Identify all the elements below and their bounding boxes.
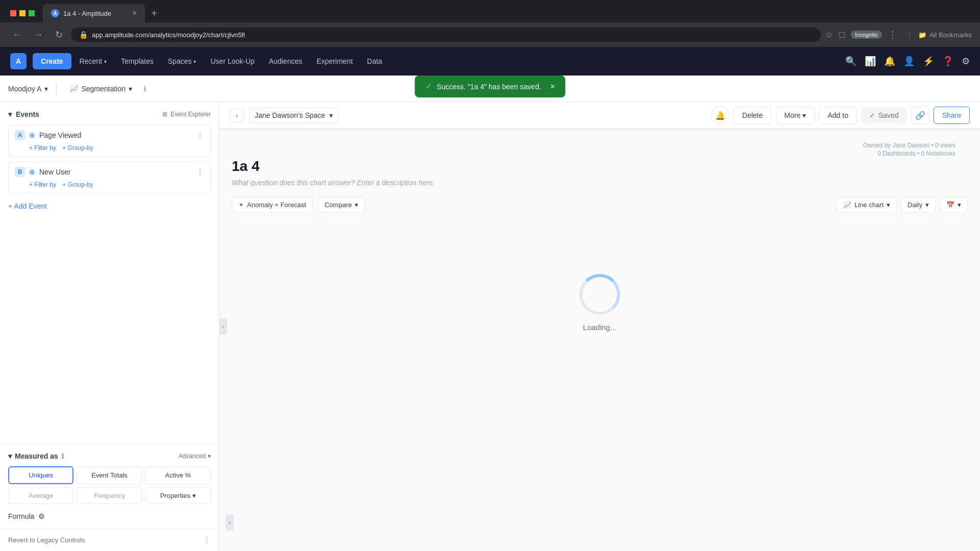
segmentation-info-icon[interactable]: ℹ (143, 85, 146, 93)
nav-item-templates[interactable]: Templates (115, 53, 160, 69)
metric-active-percent-button[interactable]: Active % (145, 466, 211, 484)
refresh-button[interactable]: ↻ (51, 27, 67, 42)
maximize-button[interactable] (19, 10, 26, 16)
event-a-groupby-button[interactable]: + Group-by (62, 144, 93, 152)
lightning-icon[interactable]: ⚡ (923, 56, 934, 67)
line-chart-button[interactable]: 📈 Line chart ▾ (837, 197, 897, 213)
segmentation-selector[interactable]: 📈 Segmentation ▾ (65, 82, 137, 96)
anomaly-forecast-button[interactable]: ✦ Anomaly + Forecast (232, 197, 313, 213)
share-button[interactable]: Share (934, 107, 970, 124)
url-text: app.amplitude.com/analytics/moodjoy2/cha… (92, 31, 245, 39)
delete-button[interactable]: Delete (733, 107, 771, 124)
panel-collapse-button[interactable]: ‹ (219, 318, 227, 335)
alert-bell-button[interactable]: 🔔 (711, 106, 729, 124)
app-nav: A Create Recent ▾ Templates Spaces ▾ Use… (0, 47, 980, 76)
bookmarks-folder-icon: 📁 (918, 31, 926, 39)
metric-uniques-button[interactable]: Uniques (8, 466, 74, 484)
forward-button[interactable]: → (30, 28, 47, 42)
event-b-label: B (15, 167, 25, 177)
success-check-icon: ✓ (425, 82, 432, 91)
user-icon[interactable]: 👤 (903, 56, 915, 67)
chart-area: Owned by Jane Dawson • 0 views 0 Dashboa… (219, 130, 980, 551)
success-close-button[interactable]: × (550, 82, 555, 91)
address-bar[interactable]: 🔒 app.amplitude.com/analytics/moodjoy2/c… (71, 28, 821, 42)
event-b-header: B ⊕ New User ⋮ (15, 167, 204, 177)
revert-to-legacy-button[interactable]: Revert to Legacy Controls (8, 536, 85, 544)
daily-button[interactable]: Daily ▾ (901, 197, 936, 213)
saved-button[interactable]: ✓ Saved (861, 107, 907, 123)
nav-item-experiment[interactable]: Experiment (310, 53, 359, 69)
amplitude-logo: A (10, 53, 27, 69)
segmentation-label: Segmentation (81, 85, 125, 93)
calendar-button[interactable]: 📅 ▾ (940, 197, 968, 213)
chart-title: 1a 4 (232, 158, 968, 174)
workspace-chevron-icon: ▾ (44, 85, 48, 93)
back-button[interactable]: ← (8, 28, 26, 42)
nav-item-spaces[interactable]: Spaces ▾ (162, 53, 203, 69)
success-banner: ✓ Success. "1a 4" has been saved. × (415, 76, 566, 97)
bottom-toggle-button[interactable]: ‹ (226, 514, 234, 531)
line-chart-icon: 📈 (843, 201, 851, 209)
event-b-menu-icon[interactable]: ⋮ (196, 167, 204, 177)
incognito-badge: Incognito (851, 31, 882, 39)
space-selector[interactable]: Jane Dawson's Space ▾ (249, 108, 338, 123)
metric-grid: Uniques Event Totals Active % Average Fr… (8, 466, 211, 504)
anomaly-icon: ✦ (238, 201, 244, 209)
measured-as-title: ▾ Measured as ℹ (8, 452, 64, 460)
event-b-filter-button[interactable]: + Filter by (29, 181, 56, 188)
menu-dots-icon[interactable]: ⋮ (888, 29, 897, 40)
event-explorer-icon: ⊞ (162, 111, 167, 118)
events-section-title[interactable]: ▾ Events (8, 110, 39, 118)
measured-info-icon[interactable]: ℹ (61, 452, 64, 460)
compare-button[interactable]: Compare ▾ (318, 197, 365, 213)
add-to-button[interactable]: Add to (819, 107, 856, 124)
left-panel-inner: ▾ Events ⊞ Event Explorer A ⊕ Page Viewe… (0, 102, 219, 443)
metric-average-button[interactable]: Average (8, 487, 74, 504)
event-a-icon: ⊕ (29, 131, 35, 139)
browser-nav-bar: ← → ↻ 🔒 app.amplitude.com/analytics/mood… (0, 22, 980, 47)
settings-icon[interactable]: ⚙ (962, 56, 970, 67)
ownership-line1: Owned by Jane Dawson • 0 views (244, 142, 955, 149)
create-button[interactable]: Create (33, 53, 71, 69)
close-window-button[interactable] (29, 10, 35, 16)
main-layout: ‹ ▾ Events ⊞ Event Explorer A (0, 102, 980, 551)
line-chart-chevron-icon: ▾ (887, 201, 890, 209)
bookmark-star-icon[interactable]: ☆ (825, 29, 833, 40)
chart-description[interactable]: What question does this chart answer? En… (232, 179, 968, 187)
nav-item-data[interactable]: Data (361, 53, 388, 69)
workspace-selector[interactable]: Moodjoy A ▾ (8, 85, 48, 93)
back-arrow-button[interactable]: ‹ (230, 108, 244, 122)
event-explorer-button[interactable]: ⊞ Event Explorer (162, 111, 211, 118)
event-a-sub-actions: + Filter by + Group-by (15, 144, 204, 152)
bookmarks-label[interactable]: All Bookmarks (929, 31, 972, 39)
tab-close-button[interactable]: × (132, 9, 137, 18)
profile-icon[interactable]: □ (839, 30, 845, 40)
metric-event-totals-button[interactable]: Event Totals (77, 466, 142, 484)
divider (56, 83, 57, 95)
metric-properties-button[interactable]: Properties ▾ (145, 487, 211, 504)
nav-item-recent[interactable]: Recent ▾ (74, 53, 113, 69)
bottom-menu-icon[interactable]: ⋮ (203, 535, 211, 545)
help-icon[interactable]: ❓ (942, 56, 953, 67)
advanced-button[interactable]: Advanced ▾ (179, 453, 211, 460)
nav-item-userlookup[interactable]: User Look-Up (204, 53, 260, 69)
bottom-panel-toggle: ‹ (226, 514, 234, 531)
add-event-button[interactable]: + Add Event (8, 198, 211, 214)
minimize-button[interactable] (10, 10, 16, 16)
notification-bell-icon[interactable]: 🔔 (884, 56, 895, 67)
event-b-groupby-button[interactable]: + Group-by (62, 181, 93, 188)
metric-frequency-button[interactable]: Frequency (77, 487, 142, 504)
chart-icon[interactable]: 📊 (865, 56, 876, 67)
event-row-b: B ⊕ New User ⋮ + Filter by + Group-by (8, 161, 211, 194)
search-icon[interactable]: 🔍 (845, 56, 856, 67)
chart-toolbar: ✦ Anomaly + Forecast Compare ▾ 📈 Line ch… (232, 197, 968, 213)
copy-link-button[interactable]: 🔗 (911, 106, 929, 124)
more-button[interactable]: More ▾ (776, 107, 815, 124)
new-tab-button[interactable]: + (147, 6, 161, 20)
measured-as-label: Measured as (15, 452, 58, 460)
formula-row[interactable]: Formula ⚙ (8, 512, 211, 520)
event-a-menu-icon[interactable]: ⋮ (196, 131, 204, 140)
active-tab[interactable]: A 1a 4 - Amplitude × (43, 4, 145, 22)
nav-item-audiences[interactable]: Audiences (263, 53, 308, 69)
event-a-filter-button[interactable]: + Filter by (29, 144, 56, 152)
